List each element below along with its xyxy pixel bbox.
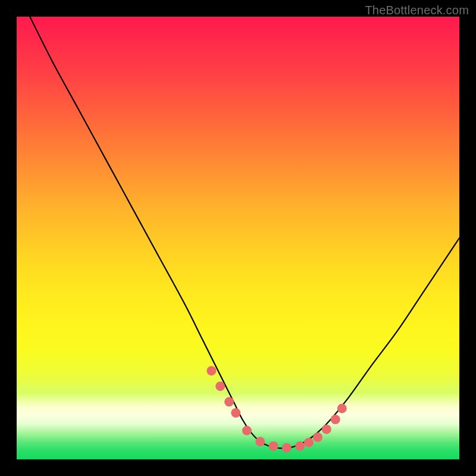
marker-dot bbox=[282, 443, 292, 453]
marker-dot bbox=[255, 437, 265, 446]
marker-dot bbox=[295, 441, 305, 451]
marker-dot bbox=[242, 426, 252, 436]
chart-frame: TheBottleneck.com bbox=[0, 0, 476, 476]
marker-dot bbox=[231, 408, 240, 418]
marker-dot bbox=[313, 433, 322, 442]
marker-dot bbox=[337, 403, 347, 413]
marker-dot bbox=[322, 424, 331, 434]
marker-dot bbox=[304, 438, 314, 447]
marker-dot bbox=[224, 397, 234, 406]
flat-region-dots bbox=[206, 366, 346, 453]
marker-dot bbox=[331, 415, 340, 424]
bottleneck-curve bbox=[30, 17, 459, 448]
marker-dot bbox=[206, 366, 216, 375]
marker-dot bbox=[215, 381, 225, 391]
watermark-text: TheBottleneck.com bbox=[365, 4, 469, 17]
chart-svg bbox=[17, 17, 459, 459]
marker-dot bbox=[269, 441, 278, 451]
